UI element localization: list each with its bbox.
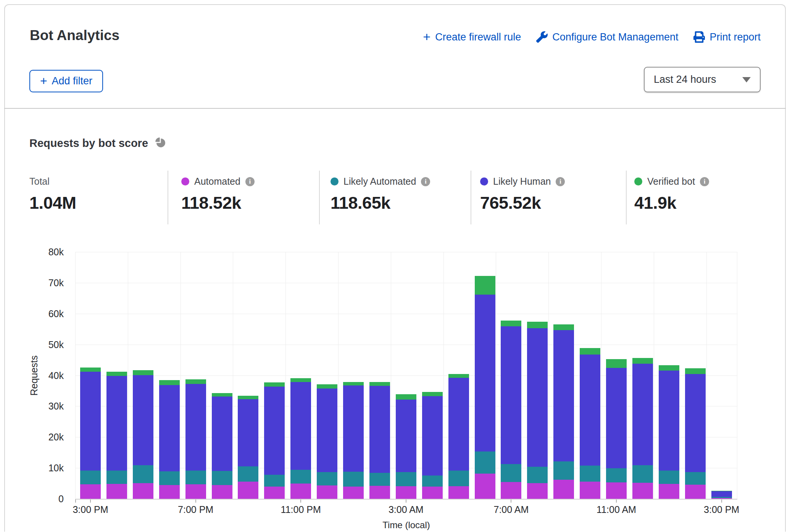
bar-segment[interactable]: [290, 470, 311, 484]
bar-segment[interactable]: [80, 372, 101, 471]
bar-segment[interactable]: [133, 375, 153, 465]
bar-segment[interactable]: [317, 485, 337, 499]
bar-segment[interactable]: [501, 482, 521, 499]
time-range-select[interactable]: Last 24 hours: [644, 67, 761, 92]
bar-segment[interactable]: [475, 295, 495, 452]
bar-segment[interactable]: [527, 328, 548, 467]
bar-segment[interactable]: [685, 472, 706, 485]
bar-segment[interactable]: [553, 461, 574, 480]
bar-5[interactable]: [212, 393, 232, 499]
bar-segment[interactable]: [448, 471, 469, 486]
bar-9[interactable]: [317, 384, 337, 499]
bar-segment[interactable]: [527, 483, 548, 499]
bar-segment[interactable]: [264, 382, 285, 387]
bar-segment[interactable]: [369, 486, 390, 499]
bar-24[interactable]: [711, 491, 732, 499]
configure-bot-management-link[interactable]: Configure Bot Management: [536, 31, 678, 43]
bar-segment[interactable]: [580, 466, 600, 481]
bar-segment[interactable]: [264, 487, 285, 499]
bar-segment[interactable]: [448, 374, 469, 378]
bar-segment[interactable]: [606, 359, 627, 368]
bar-segment[interactable]: [185, 384, 206, 470]
bar-segment[interactable]: [685, 368, 706, 374]
bar-segment[interactable]: [159, 471, 180, 485]
bar-segment[interactable]: [238, 466, 258, 482]
bar-segment[interactable]: [606, 482, 627, 499]
bar-segment[interactable]: [422, 487, 443, 499]
bar-segment[interactable]: [133, 483, 153, 499]
bar-segment[interactable]: [212, 393, 232, 397]
bar-segment[interactable]: [106, 376, 127, 470]
bar-segment[interactable]: [159, 380, 180, 385]
bar-segment[interactable]: [606, 368, 627, 468]
create-firewall-rule-link[interactable]: + Create firewall rule: [423, 31, 521, 44]
bar-segment[interactable]: [475, 474, 495, 499]
bar-segment[interactable]: [317, 472, 337, 485]
bar-segment[interactable]: [396, 400, 416, 472]
bar-segment[interactable]: [106, 471, 127, 484]
bar-6[interactable]: [238, 396, 258, 499]
bar-segment[interactable]: [422, 476, 443, 486]
bar-13[interactable]: [422, 392, 443, 499]
bar-segment[interactable]: [396, 472, 416, 486]
bar-18[interactable]: [553, 324, 574, 499]
bar-segment[interactable]: [343, 385, 364, 472]
bar-segment[interactable]: [185, 484, 206, 499]
bar-segment[interactable]: [501, 326, 521, 464]
info-icon[interactable]: i: [700, 177, 709, 186]
bar-21[interactable]: [632, 358, 653, 499]
bar-segment[interactable]: [106, 484, 127, 499]
bar-segment[interactable]: [606, 468, 627, 482]
bar-segment[interactable]: [80, 484, 101, 499]
bar-segment[interactable]: [159, 485, 180, 499]
bar-segment[interactable]: [185, 379, 206, 384]
bar-segment[interactable]: [553, 324, 574, 330]
bar-segment[interactable]: [659, 371, 679, 471]
bar-segment[interactable]: [369, 473, 390, 486]
bar-segment[interactable]: [290, 382, 311, 470]
bar-segment[interactable]: [580, 348, 600, 355]
bar-17[interactable]: [527, 322, 548, 499]
bar-segment[interactable]: [632, 358, 653, 364]
bar-19[interactable]: [580, 348, 600, 499]
bar-segment[interactable]: [290, 484, 311, 499]
bar-segment[interactable]: [632, 465, 653, 483]
bar-segment[interactable]: [685, 485, 706, 499]
bar-segment[interactable]: [580, 482, 600, 499]
bar-10[interactable]: [343, 382, 364, 499]
bar-15[interactable]: [475, 276, 495, 499]
bar-segment[interactable]: [264, 387, 285, 475]
bar-segment[interactable]: [632, 364, 653, 465]
bar-segment[interactable]: [159, 385, 180, 471]
info-icon[interactable]: i: [245, 177, 255, 186]
bar-segment[interactable]: [553, 330, 574, 461]
bar-segment[interactable]: [527, 467, 548, 483]
bar-segment[interactable]: [212, 471, 232, 485]
bar-22[interactable]: [659, 365, 679, 499]
bar-20[interactable]: [606, 359, 627, 499]
add-filter-button[interactable]: + Add filter: [29, 70, 103, 92]
bar-segment[interactable]: [659, 471, 679, 484]
bar-segment[interactable]: [527, 322, 548, 328]
bar-segment[interactable]: [553, 480, 574, 499]
bar-segment[interactable]: [711, 491, 732, 497]
bar-segment[interactable]: [80, 368, 101, 372]
bar-segment[interactable]: [422, 392, 443, 396]
bar-segment[interactable]: [501, 321, 521, 326]
bar-segment[interactable]: [475, 451, 495, 473]
bar-segment[interactable]: [659, 484, 679, 499]
bar-segment[interactable]: [212, 485, 232, 499]
bar-segment[interactable]: [448, 378, 469, 471]
bar-16[interactable]: [501, 321, 521, 499]
bar-segment[interactable]: [133, 465, 153, 483]
bar-11[interactable]: [369, 382, 390, 499]
bar-segment[interactable]: [317, 389, 337, 472]
bar-segment[interactable]: [369, 382, 390, 386]
bar-segment[interactable]: [632, 483, 653, 499]
bar-8[interactable]: [290, 378, 311, 499]
bar-segment[interactable]: [238, 482, 258, 499]
bar-4[interactable]: [185, 379, 206, 499]
bar-12[interactable]: [396, 394, 416, 499]
info-icon[interactable]: i: [421, 177, 430, 186]
bar-segment[interactable]: [212, 397, 232, 471]
